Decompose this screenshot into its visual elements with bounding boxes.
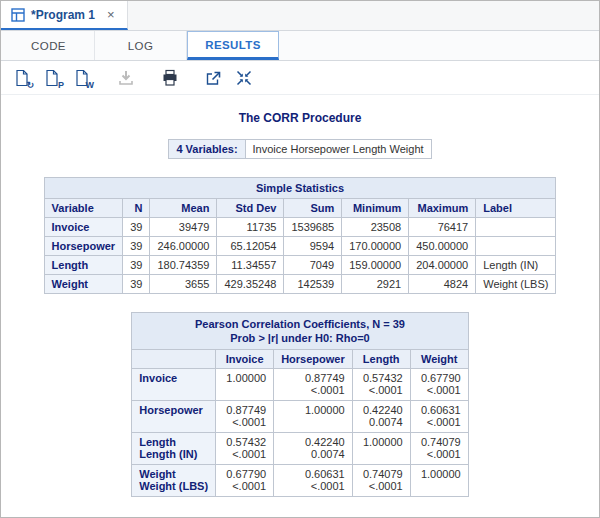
cell: 3655 [150,275,217,294]
cell: 1.00000 [216,369,274,401]
table-row: Length Length (IN) 0.57432<.0001 0.42240… [132,433,468,465]
row-header: Invoice [132,369,216,401]
cell: 65.12054 [217,237,284,256]
cell: 0.60631<.0001 [410,401,468,433]
tab-code[interactable]: CODE [3,31,95,60]
cell [476,218,556,237]
cell: 1.00000 [352,433,410,465]
cell: 0.422400.0074 [352,401,410,433]
cell: 429.35248 [217,275,284,294]
download-pdf-icon[interactable]: P [39,65,65,91]
tab-results[interactable]: RESULTS [187,31,279,60]
cell: 11.34557 [217,256,284,275]
open-new-window-icon[interactable] [201,65,227,91]
variables-label: 4 Variables: [169,140,245,159]
table-title-row: Pearson Correlation Coefficients, N = 39… [132,313,468,350]
cell: 1539685 [284,218,342,237]
results-content: The CORR Procedure 4 Variables: Invoice … [1,95,599,497]
table-header-row: Invoice Horsepower Length Weight [132,350,468,369]
cell: 39 [123,275,150,294]
cell: 0.87749<.0001 [216,401,274,433]
cell: Weight (LBS) [476,275,556,294]
row-header: Weight Weight (LBS) [132,465,216,497]
table-title: Pearson Correlation Coefficients, N = 39… [132,313,468,350]
column-header: Mean [150,199,217,218]
maximize-view-icon[interactable] [231,65,257,91]
row-header: Length [44,256,123,275]
cell: 0.57432<.0001 [216,433,274,465]
row-header: Horsepower [132,401,216,433]
download-html-icon[interactable]: ↻ [9,65,35,91]
column-header: Horsepower [274,350,353,369]
row-header: Horsepower [44,237,123,256]
column-header: Maximum [409,199,476,218]
table-row: Invoice 39 39479 11735 1539685 23508 764… [44,218,556,237]
column-header: Std Dev [217,199,284,218]
cell: 11735 [217,218,284,237]
cell: 0.67790<.0001 [410,369,468,401]
row-header: Invoice [44,218,123,237]
cell: 246.00000 [150,237,217,256]
cell: 1.00000 [410,465,468,497]
program-icon [11,8,25,22]
program-tab-title: *Program 1 [31,8,95,22]
column-header: N [123,199,150,218]
cell: 0.87749<.0001 [274,369,353,401]
results-toolbar: ↻ P W [1,61,599,95]
correlation-table: Pearson Correlation Coefficients, N = 39… [131,312,468,497]
cell: 450.00000 [409,237,476,256]
program-tab-bar: *Program 1 × [1,1,599,31]
column-header: Length [352,350,410,369]
table-title-row: Simple Statistics [44,178,556,199]
cell: 0.57432<.0001 [352,369,410,401]
cell: 0.74079<.0001 [410,433,468,465]
table-row: Invoice 1.00000 0.87749<.0001 0.57432<.0… [132,369,468,401]
tab-log[interactable]: LOG [95,31,187,60]
table-row: Weight Weight (LBS) 0.67790<.0001 0.6063… [132,465,468,497]
cell: 170.00000 [342,237,409,256]
table-row: Weight 39 3655 429.35248 142539 2921 482… [44,275,556,294]
column-header: Variable [44,199,123,218]
procedure-title: The CORR Procedure [1,111,599,125]
cell: 0.422400.0074 [274,433,353,465]
cell: 7049 [284,256,342,275]
cell: 159.00000 [342,256,409,275]
row-header: Length Length (IN) [132,433,216,465]
column-header: Invoice [216,350,274,369]
cell: 0.60631<.0001 [274,465,353,497]
close-tab-icon[interactable]: × [105,7,117,22]
variables-value: Invoice Horsepower Length Weight [245,140,431,159]
column-header: Minimum [342,199,409,218]
cell: 4824 [409,275,476,294]
download-word-icon[interactable]: W [69,65,95,91]
table-row: Horsepower 39 246.00000 65.12054 9594 17… [44,237,556,256]
cell: 39 [123,218,150,237]
program-tab[interactable]: *Program 1 × [1,1,128,30]
table-row: Length 39 180.74359 11.34557 7049 159.00… [44,256,556,275]
cell: 23508 [342,218,409,237]
cell: 39 [123,237,150,256]
simple-statistics-table: Simple Statistics Variable N Mean Std De… [44,177,557,294]
cell: 180.74359 [150,256,217,275]
column-header: Sum [284,199,342,218]
table-title: Simple Statistics [44,178,556,199]
cell: Length (IN) [476,256,556,275]
cell: 204.00000 [409,256,476,275]
column-header: Weight [410,350,468,369]
cell: 76417 [409,218,476,237]
print-icon[interactable] [157,65,183,91]
table-header-row: Variable N Mean Std Dev Sum Minimum Maxi… [44,199,556,218]
cell: 39 [123,256,150,275]
sas-studio-window: *Program 1 × CODE LOG RESULTS ↻ P W [0,0,600,518]
correlation-title-line1: Pearson Correlation Coefficients, N = 39 [142,317,457,331]
corner-cell [132,350,216,369]
cell: 2921 [342,275,409,294]
cell: 142539 [284,275,342,294]
correlation-title-line2: Prob > |r| under H0: Rho=0 [142,331,457,345]
variables-table: 4 Variables: Invoice Horsepower Length W… [168,139,431,159]
row-header: Weight [44,275,123,294]
table-row: Horsepower 0.87749<.0001 1.00000 0.42240… [132,401,468,433]
cell [476,237,556,256]
cell: 39479 [150,218,217,237]
download-icon [113,65,139,91]
